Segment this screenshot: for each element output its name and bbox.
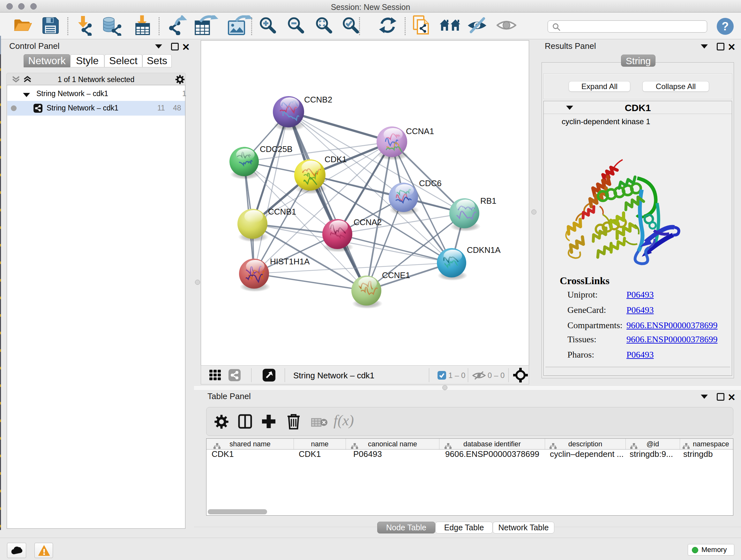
svg-text:CDC6: CDC6 — [419, 179, 442, 188]
svg-text:CDKN1A: CDKN1A — [467, 245, 501, 255]
svg-text:CDK1: CDK1 — [325, 154, 347, 164]
svg-text:CCNE1: CCNE1 — [382, 270, 410, 280]
svg-text:CCNA1: CCNA1 — [406, 126, 434, 136]
svg-text:CCNB1: CCNB1 — [268, 207, 296, 216]
svg-text:CDC25B: CDC25B — [260, 144, 293, 154]
svg-text:CCNA2: CCNA2 — [354, 217, 382, 227]
svg-text:HIST1H1A: HIST1H1A — [270, 257, 310, 266]
svg-text:RB1: RB1 — [480, 196, 496, 206]
svg-text:CCNB2: CCNB2 — [304, 95, 332, 105]
